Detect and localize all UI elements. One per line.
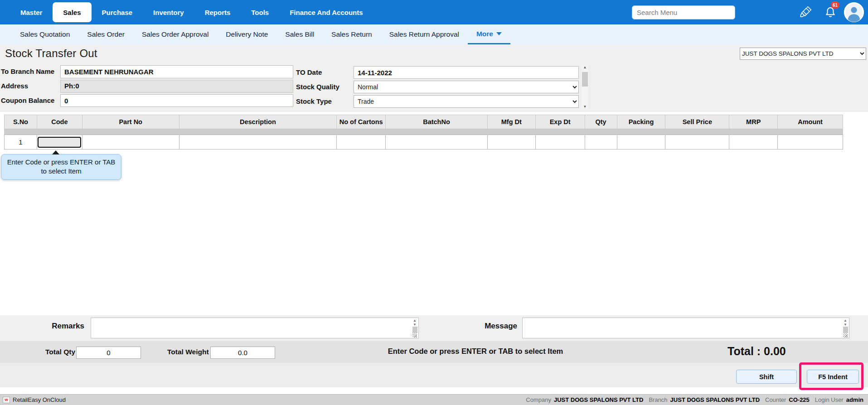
login-user-label: Login User bbox=[815, 396, 844, 403]
user-avatar[interactable] bbox=[844, 2, 864, 22]
tab-more-label: More bbox=[476, 30, 493, 38]
total-weight-input[interactable] bbox=[210, 347, 275, 359]
tab-delivery-note[interactable]: Delivery Note bbox=[217, 24, 276, 44]
col-no-of-cartons: No of Cartons bbox=[337, 115, 386, 129]
status-bar: W RetailEasy OnCloud Company JUST DOGS S… bbox=[0, 394, 868, 405]
scrollbar-thumb[interactable] bbox=[582, 72, 588, 87]
notification-count-badge: 61 bbox=[831, 1, 839, 9]
item-table-header: S.No Code Part No Description No of Cart… bbox=[4, 115, 843, 129]
main-menu: Master Sales Purchase Inventory Reports … bbox=[0, 0, 373, 24]
chevron-down-icon bbox=[496, 32, 502, 35]
remarks-textarea[interactable] bbox=[91, 318, 419, 338]
table-separator-strip bbox=[4, 129, 843, 135]
tooltip-arrow-icon bbox=[52, 150, 59, 154]
counter-label: Counter bbox=[765, 396, 786, 403]
scroll-down-icon[interactable]: ▼ bbox=[583, 105, 587, 109]
f5-indent-button[interactable]: F5 Indent bbox=[807, 370, 859, 384]
row-no-of-cartons-cell[interactable] bbox=[337, 135, 386, 149]
row-description-cell[interactable] bbox=[179, 135, 337, 149]
col-packing: Packing bbox=[617, 115, 666, 129]
tab-sales-order[interactable]: Sales Order bbox=[78, 24, 133, 44]
search-input[interactable] bbox=[632, 5, 735, 19]
top-navigation-bar: Master Sales Purchase Inventory Reports … bbox=[0, 0, 868, 24]
grand-total-value: 0.00 bbox=[764, 345, 786, 357]
status-app: W RetailEasy OnCloud bbox=[3, 396, 66, 403]
to-date-label: TO Date bbox=[296, 68, 322, 76]
total-qty-input[interactable] bbox=[76, 347, 141, 359]
shift-button[interactable]: Shift bbox=[736, 370, 797, 384]
tab-sales-return[interactable]: Sales Return bbox=[323, 24, 381, 44]
stock-quality-select[interactable]: Normal bbox=[354, 81, 579, 93]
remarks-band: Remarks ▲ ▼ Message ▲ ▼ bbox=[0, 315, 868, 341]
row-sell-price-cell[interactable] bbox=[665, 135, 729, 149]
stock-type-label: Stock Type bbox=[296, 97, 332, 105]
menu-finance-accounts[interactable]: Finance And Accounts bbox=[279, 0, 373, 24]
to-branch-name-label: To Branch Name bbox=[1, 68, 54, 75]
tab-sales-bill[interactable]: Sales Bill bbox=[276, 24, 323, 44]
row-exp-dt-cell[interactable] bbox=[536, 135, 585, 149]
row-part-no-cell[interactable] bbox=[82, 135, 179, 149]
total-weight-label: Total Weight bbox=[167, 348, 209, 356]
tab-more[interactable]: More bbox=[468, 24, 510, 44]
menu-inventory[interactable]: Inventory bbox=[143, 0, 194, 24]
status-session-info: Company JUST DOGS SPALONS PVT LTD Branch… bbox=[526, 396, 863, 403]
message-textarea[interactable] bbox=[522, 318, 849, 338]
row-code-cell bbox=[37, 135, 82, 149]
branch-label: Branch bbox=[649, 396, 667, 403]
coupon-balance-label: Coupon Balance bbox=[1, 96, 54, 104]
totals-band: Total Qty Total Weight Enter Code or pre… bbox=[0, 341, 868, 363]
grand-total-label: Total : bbox=[727, 345, 761, 357]
stock-type-select[interactable]: Trade bbox=[354, 95, 579, 108]
grand-total: Total : 0.00 bbox=[727, 345, 786, 358]
tab-sales-order-approval[interactable]: Sales Order Approval bbox=[133, 24, 217, 44]
tooltip-text: Enter Code or press ENTER or TAB to sele… bbox=[7, 158, 116, 175]
code-entry-hint: Enter Code or press ENTER or TAB to sele… bbox=[358, 347, 593, 356]
tab-sales-quotation[interactable]: Sales Quotation bbox=[11, 24, 78, 44]
tab-sales-return-approval[interactable]: Sales Return Approval bbox=[381, 24, 468, 44]
coupon-balance-input[interactable] bbox=[60, 94, 293, 107]
row-amount-cell[interactable] bbox=[778, 135, 843, 149]
login-user-value: admin bbox=[846, 396, 863, 403]
app-name: RetailEasy OnCloud bbox=[13, 396, 66, 403]
row-mfg-dt-cell[interactable] bbox=[488, 135, 536, 149]
menu-sales[interactable]: Sales bbox=[53, 2, 91, 22]
col-mfg-dt: Mfg Dt bbox=[488, 115, 536, 129]
menu-purchase[interactable]: Purchase bbox=[92, 0, 143, 24]
total-qty-label: Total Qty bbox=[45, 348, 75, 356]
menu-tools[interactable]: Tools bbox=[241, 0, 279, 24]
remarks-field-wrap: ▲ ▼ bbox=[91, 318, 419, 338]
menu-master[interactable]: Master bbox=[10, 0, 53, 24]
stock-transfer-header-band: Stock Transfer Out JUST DOGS SPALONS PVT… bbox=[0, 44, 868, 112]
remarks-label: Remarks bbox=[27, 322, 84, 331]
stock-quality-label: Stock Quality bbox=[296, 83, 339, 91]
actions-band: Shift F5 Indent bbox=[0, 363, 868, 387]
item-code-input[interactable] bbox=[38, 137, 81, 148]
row-qty-cell[interactable] bbox=[585, 135, 617, 149]
row-packing-cell[interactable] bbox=[617, 135, 666, 149]
to-date-input[interactable] bbox=[354, 66, 579, 79]
company-select[interactable]: JUST DOGS SPALONS PVT LTD bbox=[740, 48, 866, 60]
form-vertical-scrollbar[interactable]: ▲ ▼ bbox=[582, 65, 588, 109]
company-value: JUST DOGS SPALONS PVT LTD bbox=[554, 396, 643, 403]
menu-reports[interactable]: Reports bbox=[194, 0, 241, 24]
page-title: Stock Transfer Out bbox=[5, 47, 97, 60]
retaileasy-logo-icon: W bbox=[3, 397, 10, 403]
to-branch-name-input[interactable] bbox=[60, 65, 293, 78]
row-mrp-cell[interactable] bbox=[729, 135, 778, 149]
paintbrush-icon[interactable] bbox=[799, 6, 812, 19]
row-batchno-cell[interactable] bbox=[386, 135, 488, 149]
col-mrp: MRP bbox=[729, 115, 778, 129]
scroll-up-icon[interactable]: ▲ bbox=[583, 65, 587, 69]
message-label: Message bbox=[483, 322, 517, 331]
col-exp-dt: Exp Dt bbox=[536, 115, 585, 129]
address-label: Address bbox=[1, 82, 28, 90]
message-field-wrap: ▲ ▼ bbox=[522, 318, 849, 338]
col-part-no: Part No bbox=[82, 115, 179, 129]
sales-sub-navigation: Sales Quotation Sales Order Sales Order … bbox=[0, 24, 868, 44]
address-field: Ph:0 bbox=[60, 80, 293, 93]
col-amount: Amount bbox=[778, 115, 843, 129]
counter-value: CO-225 bbox=[789, 396, 810, 403]
col-qty: Qty bbox=[585, 115, 617, 129]
branch-value: JUST DOGS SPALONS PVT LTD bbox=[670, 396, 760, 403]
table-row: 1 bbox=[4, 135, 843, 149]
